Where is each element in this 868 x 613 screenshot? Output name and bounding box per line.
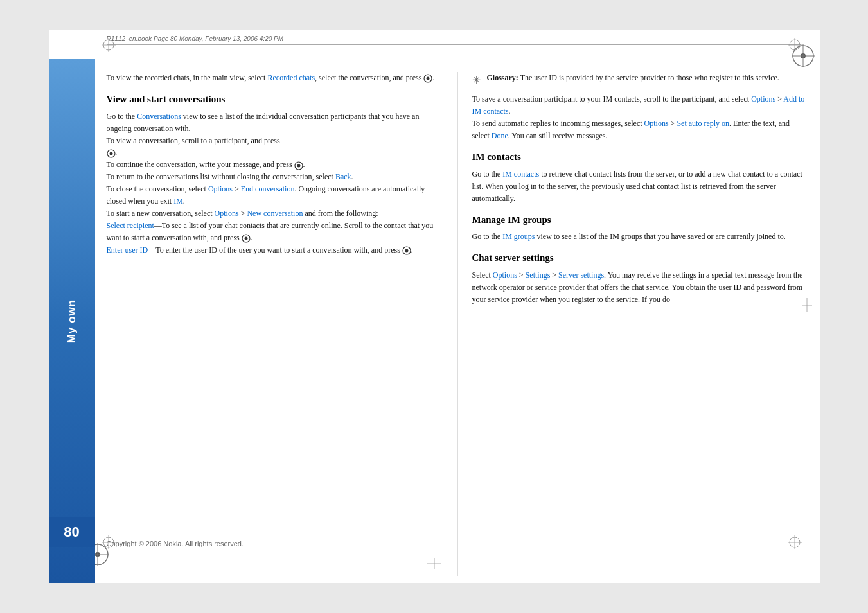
- ok-button-icon: [423, 74, 432, 83]
- reg-mark-tl: [102, 38, 116, 55]
- conversations-link[interactable]: Conversations: [137, 112, 181, 121]
- svg-point-27: [427, 77, 430, 80]
- glossary-note: ✳ Glossary: The user ID is provided by t…: [472, 72, 807, 88]
- options-link5[interactable]: Options: [493, 271, 517, 280]
- page-number: 80: [64, 524, 79, 540]
- server-settings-link[interactable]: Server settings: [558, 271, 604, 280]
- sidebar-tab-label: My own: [66, 299, 78, 342]
- bullet1: Select recipient—To see a list of your c…: [107, 220, 441, 244]
- svg-point-33: [244, 237, 247, 240]
- done-link[interactable]: Done: [492, 131, 508, 140]
- section3-title: Manage IM groups: [472, 213, 807, 228]
- section1-title: View and start conversations: [107, 92, 441, 107]
- right-column: ✳ Glossary: The user ID is provided by t…: [458, 66, 820, 583]
- close-para: To close the conversation, select Option…: [107, 183, 441, 208]
- copyright-text: Copyright © 2006 Nokia. All rights reser…: [107, 540, 244, 547]
- server-settings-para: Select Options > Settings > Server setti…: [472, 269, 807, 306]
- save-contact-para: To save a conversation participant to yo…: [472, 93, 807, 118]
- ok-btn-icon-4: [242, 234, 251, 243]
- options-link4[interactable]: Options: [644, 119, 669, 128]
- page: R1112_en.book Page 80 Monday, February 1…: [49, 30, 820, 583]
- file-info-text: R1112_en.book Page 80 Monday, February 1…: [107, 35, 284, 42]
- ok-btn-icon-2: [107, 149, 116, 158]
- bullet2: Enter user ID—To enter the user ID of th…: [107, 244, 441, 256]
- im-groups-link[interactable]: IM groups: [502, 232, 535, 241]
- enter-user-id-label[interactable]: Enter user ID: [107, 245, 148, 254]
- options-link2[interactable]: Options: [215, 209, 239, 218]
- inner-content: My own 80 To view the recorded chats, in…: [49, 59, 820, 583]
- ok-btn-icon-5: [402, 246, 411, 255]
- im-link1[interactable]: IM: [173, 197, 183, 206]
- ok-btn-icon-3: [294, 161, 303, 170]
- set-auto-reply-link[interactable]: Set auto reply on: [677, 119, 729, 128]
- glossary-icon: ✳: [472, 72, 481, 88]
- recorded-chats-link[interactable]: Recorded chats: [267, 73, 315, 82]
- svg-point-35: [405, 249, 408, 253]
- settings-link[interactable]: Settings: [526, 271, 551, 280]
- glossary-bold: Glossary:: [487, 73, 518, 82]
- auto-reply-para: To send automatic replies to incoming me…: [472, 118, 807, 142]
- svg-point-29: [109, 152, 112, 155]
- end-conversation-link[interactable]: End conversation: [241, 184, 295, 193]
- options-link1[interactable]: Options: [208, 184, 233, 193]
- im-contacts-link[interactable]: IM contacts: [502, 170, 539, 179]
- start-new-para: To start a new conversation, select Opti…: [107, 208, 441, 220]
- page-number-box: 80: [49, 517, 95, 547]
- svg-point-31: [297, 164, 300, 167]
- select-recipient-label[interactable]: Select recipient: [107, 221, 154, 230]
- view-conversation-para: To view a conversation, scroll to a part…: [107, 135, 441, 159]
- new-conversation-link[interactable]: New conversation: [247, 209, 303, 218]
- im-contacts-para: Go to the IM contacts to retrieve chat c…: [472, 168, 807, 205]
- footer: Copyright © 2006 Nokia. All rights reser…: [107, 540, 244, 547]
- text-content-area: To view the recorded chats, in the main …: [95, 59, 820, 583]
- glossary-text: The user ID is provided by the service p…: [518, 73, 779, 82]
- im-groups-para: Go to the IM groups view to see a list o…: [472, 231, 807, 243]
- left-column: To view the recorded chats, in the main …: [95, 66, 457, 583]
- section2-title: IM contacts: [472, 150, 807, 165]
- section4-title: Chat server settings: [472, 251, 807, 266]
- file-info-bar: R1112_en.book Page 80 Monday, February 1…: [107, 35, 801, 45]
- left-sidebar: My own 80: [49, 59, 95, 583]
- intro-para: To view the recorded chats, in the main …: [107, 72, 441, 84]
- return-para: To return to the conversations list with…: [107, 171, 441, 183]
- back-link[interactable]: Back: [335, 172, 351, 181]
- continue-para: To continue the conversation, write your…: [107, 159, 441, 171]
- conversations-para: Go to the Conversations view to see a li…: [107, 111, 441, 135]
- options-link3[interactable]: Options: [751, 94, 775, 103]
